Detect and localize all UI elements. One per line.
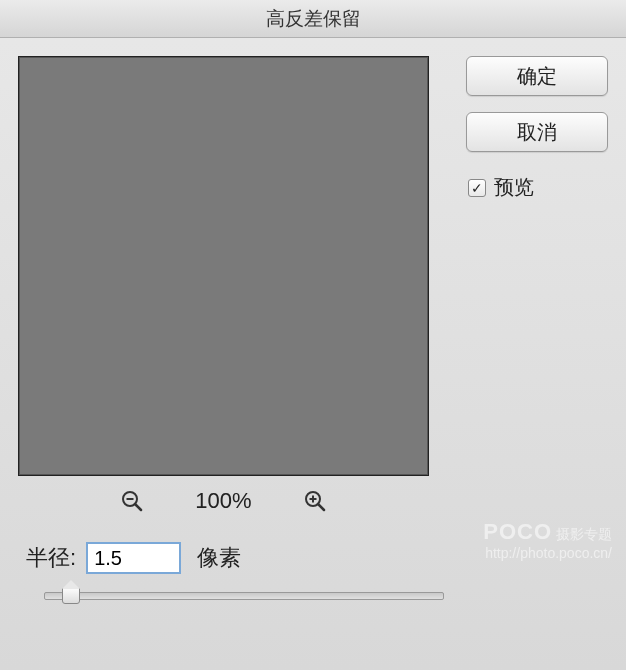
radius-label: 半径: xyxy=(26,543,76,573)
svg-line-1 xyxy=(135,504,141,510)
radius-input[interactable] xyxy=(86,542,181,574)
window-titlebar: 高反差保留 xyxy=(0,0,626,38)
zoom-out-button[interactable] xyxy=(119,488,145,514)
preview-checkbox-label: 预览 xyxy=(494,174,534,201)
preview-checkbox-row[interactable]: ✓ 预览 xyxy=(468,174,608,201)
zoom-in-button[interactable] xyxy=(302,488,328,514)
svg-line-4 xyxy=(318,504,324,510)
slider-track xyxy=(44,592,444,600)
zoom-out-icon xyxy=(120,489,144,513)
window-title: 高反差保留 xyxy=(266,6,361,32)
radius-unit-label: 像素 xyxy=(197,543,241,573)
zoom-in-icon xyxy=(303,489,327,513)
preview-checkbox[interactable]: ✓ xyxy=(468,179,486,197)
zoom-level-label: 100% xyxy=(195,488,251,514)
watermark-brand: POCO xyxy=(483,519,552,544)
ok-button[interactable]: 确定 xyxy=(466,56,608,96)
checkmark-icon: ✓ xyxy=(471,181,483,195)
watermark: POCO 摄影专题 http://photo.poco.cn/ xyxy=(483,519,612,562)
radius-slider[interactable] xyxy=(44,592,444,600)
watermark-url: http://photo.poco.cn/ xyxy=(485,545,612,561)
preview-image-area[interactable] xyxy=(18,56,429,476)
cancel-button[interactable]: 取消 xyxy=(466,112,608,152)
watermark-tag: 摄影专题 xyxy=(556,526,612,542)
slider-thumb[interactable] xyxy=(62,588,80,604)
